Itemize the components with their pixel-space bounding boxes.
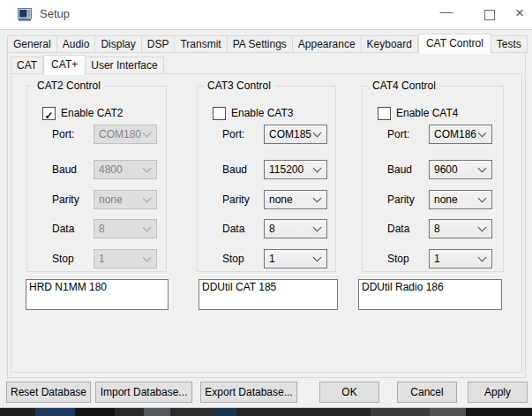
data-label: Data [387, 223, 409, 235]
enable-cat4-label: Enable CAT4 [396, 107, 458, 119]
chevron-down-icon [313, 129, 322, 138]
data-value: 8 [99, 223, 105, 235]
chevron-down-icon [313, 253, 322, 262]
port-label: Port: [387, 128, 409, 140]
subtab-cat[interactable]: CAT [11, 57, 43, 74]
parity-label: Parity [222, 193, 250, 206]
chevron-down-icon [313, 223, 322, 232]
chevron-down-icon [313, 164, 322, 173]
sub-tab-bar: CAT CAT+ User Interface [11, 56, 164, 74]
close-button[interactable]: × [505, 0, 532, 28]
cat3-data-select[interactable]: 8 [264, 219, 327, 238]
close-icon: × [515, 4, 524, 21]
data-value: 8 [434, 223, 440, 235]
cat4-port-select[interactable]: COM186 [429, 125, 492, 144]
maximize-icon [484, 10, 495, 20]
main-tab-bar: General Audio Display DSP Transmit PA Se… [7, 35, 528, 53]
cat2-note-input[interactable]: HRD N1MM 180 [26, 279, 169, 310]
reset-database-button[interactable]: Reset Database [6, 382, 91, 403]
cat4-note-input[interactable]: DDUtil Radio 186 [358, 279, 502, 310]
tab-appearance[interactable]: Appearance [293, 35, 362, 53]
titlebar: Setup — × [0, 0, 532, 30]
port-label: Port: [52, 128, 74, 140]
parity-value: none [434, 193, 458, 206]
stop-label: Stop [387, 253, 409, 265]
cat-plus-page: CAT2 Control ✓ Enable CAT2 Port: COM180 … [11, 73, 522, 373]
chevron-down-icon [478, 129, 487, 138]
enable-cat2-checkbox[interactable]: ✓ [42, 107, 56, 120]
taskbar-strip [0, 407, 532, 416]
tab-transmit[interactable]: Transmit [175, 35, 227, 53]
chevron-down-icon [143, 223, 152, 232]
cat3-stop-select[interactable]: 1 [264, 249, 327, 269]
cat2-baud-select: 4800 [94, 160, 157, 179]
cat4-stop-select[interactable]: 1 [429, 249, 492, 269]
baud-label: Baud [387, 163, 412, 176]
data-label: Data [222, 223, 244, 235]
port-value: COM186 [434, 128, 476, 140]
minimize-icon: — [440, 4, 453, 19]
port-label: Port: [222, 128, 244, 140]
cat4-control-group: CAT4 Control ✓ Enable CAT4 Port: COM186 … [362, 86, 504, 272]
cat3-parity-select[interactable]: none [264, 190, 327, 209]
apply-button[interactable]: Apply [468, 382, 528, 403]
import-database-button[interactable]: Import Database... [95, 382, 192, 403]
stop-label: Stop [52, 253, 74, 265]
tab-audio[interactable]: Audio [57, 35, 96, 53]
port-value: COM185 [269, 128, 311, 140]
subtab-cat-plus[interactable]: CAT+ [43, 55, 86, 75]
cat3-port-select[interactable]: COM185 [264, 125, 327, 144]
stop-label: Stop [222, 253, 244, 265]
enable-cat3-checkbox[interactable]: ✓ [213, 107, 226, 120]
cat2-control-group: CAT2 Control ✓ Enable CAT2 Port: COM180 … [26, 86, 167, 272]
maximize-button[interactable] [474, 0, 504, 28]
app-icon [18, 8, 32, 21]
stop-value: 1 [99, 253, 105, 265]
subtab-user-interface[interactable]: User Interface [86, 57, 163, 74]
cat4-parity-select[interactable]: none [429, 190, 492, 209]
cat4-baud-select[interactable]: 9600 [429, 160, 492, 179]
stop-value: 1 [269, 253, 275, 265]
tab-tests[interactable]: Tests [491, 35, 528, 53]
export-database-button[interactable]: Export Database... [200, 382, 297, 403]
chevron-down-icon [143, 129, 152, 138]
parity-value: none [269, 193, 293, 206]
cat2-stop-select: 1 [94, 249, 157, 269]
data-value: 8 [269, 223, 275, 235]
tab-dsp[interactable]: DSP [142, 35, 176, 53]
tab-general[interactable]: General [7, 35, 57, 53]
tab-cat-control[interactable]: CAT Control [418, 34, 491, 54]
baud-label: Baud [222, 163, 247, 176]
cancel-button[interactable]: Cancel [397, 382, 457, 403]
cat2-parity-select: none [94, 190, 157, 209]
cat3-note-input[interactable]: DDUtil CAT 185 [199, 279, 338, 310]
enable-cat3-label: Enable CAT3 [231, 107, 293, 119]
chevron-down-icon [478, 164, 487, 173]
chevron-down-icon [143, 253, 152, 262]
tab-keyboard[interactable]: Keyboard [362, 35, 418, 53]
minimize-button[interactable]: — [431, 0, 461, 28]
group-title: CAT2 Control [34, 79, 104, 92]
ok-button[interactable]: OK [319, 382, 379, 403]
cat3-baud-select[interactable]: 115200 [264, 160, 327, 179]
parity-value: none [99, 193, 123, 206]
group-title: CAT3 Control [204, 79, 274, 92]
tab-display[interactable]: Display [95, 35, 141, 53]
cat3-control-group: CAT3 Control ✓ Enable CAT3 Port: COM185 … [197, 86, 336, 272]
baud-value: 115200 [269, 163, 303, 176]
chevron-down-icon [478, 194, 487, 203]
cat2-port-select: COM180 [94, 125, 157, 144]
window-title: Setup [40, 7, 70, 20]
baud-value: 9600 [434, 163, 458, 176]
parity-label: Parity [52, 193, 79, 206]
baud-label: Baud [52, 163, 77, 176]
cat4-data-select[interactable]: 8 [429, 219, 492, 238]
data-label: Data [52, 223, 74, 235]
chevron-down-icon [313, 194, 322, 203]
enable-cat2-label: Enable CAT2 [61, 107, 123, 119]
chevron-down-icon [478, 223, 487, 232]
tab-pa-settings[interactable]: PA Settings [228, 35, 293, 53]
enable-cat4-checkbox[interactable]: ✓ [378, 107, 391, 120]
group-title: CAT4 Control [369, 79, 439, 92]
baud-value: 4800 [99, 163, 123, 176]
